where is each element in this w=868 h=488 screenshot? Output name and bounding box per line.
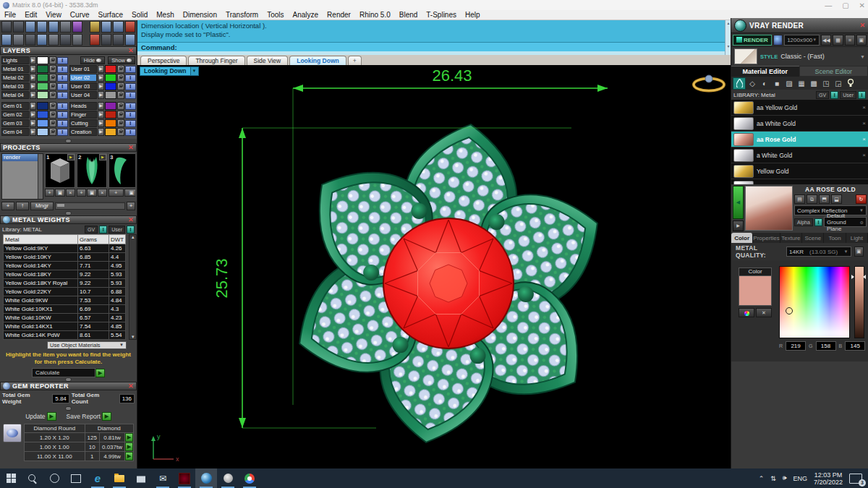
save-material-icon[interactable]: ⬒: [819, 194, 830, 204]
toolbar-icon[interactable]: [37, 21, 47, 33]
layer-i-button[interactable]: I: [125, 66, 136, 73]
render-preview-icon[interactable]: ▤: [794, 194, 805, 204]
layer-i-button[interactable]: I: [125, 92, 136, 99]
layer-row-metal02[interactable]: Metal 02▶I: [1, 74, 68, 82]
command-prompt[interactable]: Command:: [137, 42, 725, 51]
close-icon[interactable]: ×: [862, 104, 866, 111]
gem-row[interactable]: 1.20 X 1.20125 0.81tw▶: [24, 433, 133, 442]
layer-color-swatch[interactable]: [37, 111, 48, 119]
maximize-button[interactable]: ▢: [842, 1, 848, 9]
go-icon[interactable]: ▶: [125, 433, 133, 442]
play-icon[interactable]: ▶: [99, 154, 106, 160]
layer-i-button[interactable]: I: [57, 66, 68, 73]
settings-button[interactable]: ▦: [833, 35, 843, 46]
user-toggle-i[interactable]: I: [127, 226, 135, 234]
alpha-toggle[interactable]: I: [814, 218, 822, 226]
close-icon[interactable]: ✕: [128, 383, 134, 389]
toolbar-icon[interactable]: [101, 34, 111, 46]
delete-button[interactable]: ×: [66, 189, 75, 197]
lock-icon[interactable]: [117, 128, 124, 136]
toolbar-icon[interactable]: [25, 34, 35, 46]
subtab-toon[interactable]: Toon: [824, 233, 846, 243]
lock-icon[interactable]: [117, 74, 124, 82]
gv-toggle[interactable]: GV: [85, 226, 98, 234]
plus-button[interactable]: +: [127, 202, 135, 210]
toolbar-icon[interactable]: [25, 21, 35, 33]
store-taskbar-item[interactable]: [130, 468, 152, 488]
chevron-right-icon[interactable]: ▶: [98, 111, 104, 119]
tab-perspective[interactable]: Perspective: [140, 56, 187, 65]
mail-taskbar-item[interactable]: ✉: [152, 468, 174, 488]
layer-row-gem03[interactable]: Gem 03▶I: [1, 119, 68, 127]
menu-file[interactable]: File: [0, 11, 20, 19]
close-icon[interactable]: ✕: [128, 145, 134, 150]
table-row[interactable]: White Gold:10KX16.694.3: [4, 305, 126, 314]
layer-row-lights[interactable]: Lights ▶ I: [1, 56, 68, 64]
task-view-button[interactable]: [65, 468, 87, 488]
chevron-down-icon[interactable]: ▼: [860, 54, 865, 59]
layer-i-button[interactable]: I: [125, 83, 136, 90]
projects-list[interactable]: render: [1, 153, 43, 200]
lock-icon[interactable]: [117, 65, 124, 73]
layer-row-user02-selected[interactable]: User 02▶I: [69, 74, 136, 82]
layer-color-swatch[interactable]: [37, 65, 48, 73]
material-out-icon[interactable]: ◲: [833, 78, 844, 89]
menu-curve[interactable]: Curve: [66, 11, 94, 19]
add-button[interactable]: +: [45, 189, 54, 197]
material-item[interactable]: a White Gold ×: [731, 147, 868, 163]
chevron-right-icon[interactable]: ▶: [98, 119, 104, 127]
menu-mesh[interactable]: Mesh: [152, 11, 178, 19]
layer-i-button[interactable]: I: [57, 129, 68, 136]
layer-color-swatch[interactable]: [37, 91, 48, 99]
close-icon[interactable]: ✕: [859, 22, 865, 29]
table-row[interactable]: Yellow Gold:18KY9.225.93: [4, 270, 126, 279]
layer-row-creation[interactable]: Creation▶I: [69, 128, 136, 136]
render-button[interactable]: RENDER: [733, 35, 772, 46]
table-scrollbar[interactable]: ▲ ▼: [129, 234, 137, 340]
flat-swatch-icon[interactable]: ■: [771, 78, 783, 89]
layer-color-swatch[interactable]: [105, 91, 116, 99]
menu-view[interactable]: View: [41, 11, 66, 19]
chevron-right-icon[interactable]: ▶: [30, 65, 36, 73]
chevron-right-icon[interactable]: ▶: [30, 74, 36, 82]
resolution-dropdown[interactable]: 1200x900▼: [784, 35, 820, 46]
menu-dimension[interactable]: Dimension: [179, 11, 221, 19]
calculate-button[interactable]: Calculate ▶: [32, 368, 105, 377]
command-history[interactable]: Dimension location ( Vertical Horizontal…: [137, 20, 725, 42]
lock-icon[interactable]: [49, 102, 56, 110]
menu-edit[interactable]: Edit: [20, 11, 41, 19]
menu-tsplines[interactable]: T-Splines: [422, 11, 461, 19]
close-icon[interactable]: ✕: [128, 48, 134, 53]
layer-i-button[interactable]: I: [57, 103, 68, 110]
save-report-button[interactable]: Save Report▶: [67, 412, 111, 421]
chevron-right-icon[interactable]: ▶: [98, 128, 104, 136]
chevron-down-icon[interactable]: ▼: [191, 67, 199, 76]
table-row[interactable]: White Gold:9KW7.534.84: [4, 296, 126, 305]
lock-icon[interactable]: [49, 82, 56, 90]
project-thumb-2[interactable]: 2 ▶ +▣×: [77, 153, 107, 200]
chevron-right-icon[interactable]: ▶: [98, 82, 104, 90]
delete-button[interactable]: ×: [98, 189, 107, 197]
toolbar-icon[interactable]: [48, 34, 59, 46]
toolbar-icon[interactable]: [60, 34, 70, 46]
toolbar-icon[interactable]: [90, 21, 100, 33]
layer-color-swatch[interactable]: [105, 111, 116, 119]
material-item[interactable]: aa White Gold ×: [731, 116, 868, 132]
rewind-button[interactable]: ◀◀: [821, 35, 831, 46]
hide-button[interactable]: Hide: [80, 56, 105, 64]
layer-row-gem01[interactable]: Gem 01▶I: [1, 102, 68, 110]
lock-icon[interactable]: [117, 82, 124, 90]
toolbar-icon[interactable]: [101, 21, 111, 33]
toolbar-icon[interactable]: [13, 34, 23, 46]
layer-row-user01[interactable]: User 01▶I: [69, 65, 136, 73]
close-icon[interactable]: ✕: [128, 217, 134, 223]
scroll-down-icon[interactable]: ▼: [129, 335, 136, 339]
layer-i-button[interactable]: I: [57, 57, 68, 64]
msi-taskbar-item[interactable]: [174, 468, 195, 488]
layer-color-swatch[interactable]: [105, 65, 116, 73]
pattern-swatch-icon[interactable]: ▦: [796, 78, 807, 89]
cortana-button[interactable]: [43, 468, 65, 488]
water-drop-icon[interactable]: [733, 77, 746, 90]
volume-icon[interactable]: 🕪: [783, 474, 787, 482]
layer-row-heads[interactable]: Heads▶I: [69, 102, 136, 110]
